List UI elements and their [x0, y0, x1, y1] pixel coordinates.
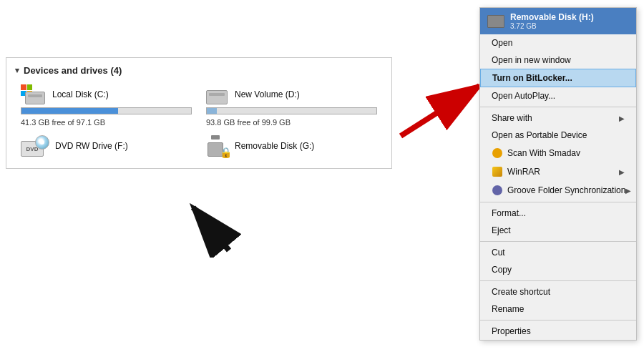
- menu-item-scan-smadav[interactable]: Scan With Smadav: [480, 144, 636, 162]
- menu-item-cut[interactable]: Cut: [480, 244, 636, 261]
- black-arrow: [172, 186, 243, 258]
- menu-item-open-portable[interactable]: Open as Portable Device: [480, 127, 636, 144]
- menu-item-properties[interactable]: Properties: [480, 323, 636, 340]
- menu-separator-1: [480, 107, 636, 107]
- menu-item-groove[interactable]: Groove Folder Synchronization ▶: [480, 181, 636, 200]
- menu-separator-3: [480, 241, 636, 242]
- drive-item-dvd-f[interactable]: DVD DVD RW Drive (F:): [21, 135, 192, 157]
- menu-item-open-new-window[interactable]: Open in new window: [480, 52, 636, 69]
- progress-bar-c: [21, 107, 192, 114]
- drive-name-local-c: Local Disk (C:): [52, 89, 109, 99]
- drive-name-dvd-f: DVD RW Drive (F:): [55, 141, 128, 151]
- menu-item-share-with[interactable]: Share with ▶: [480, 109, 636, 127]
- hdd-windows-icon: [21, 84, 47, 104]
- drive-item-local-c[interactable]: Local Disk (C:) 41.3 GB free of 97.1 GB: [21, 84, 192, 127]
- context-menu-drive-subtitle: 3.72 GB: [510, 22, 594, 30]
- drive-space-d: 93.8 GB free of 99.9 GB: [206, 118, 377, 127]
- svg-line-1: [193, 207, 229, 250]
- chevron-icon: ▾: [15, 66, 19, 75]
- groove-icon: [492, 185, 503, 196]
- drive-item-new-volume-d[interactable]: New Volume (D:) 93.8 GB free of 99.9 GB: [206, 84, 377, 127]
- drives-grid: Local Disk (C:) 41.3 GB free of 97.1 GB …: [15, 84, 383, 157]
- drive-name-new-volume-d: New Volume (D:): [235, 89, 300, 99]
- explorer-panel: ▾ Devices and drives (4) Local Disk (C:): [6, 57, 392, 169]
- menu-item-turn-on-bitlocker[interactable]: Turn on BitLocker...: [480, 69, 636, 87]
- section-title: Devices and drives (4): [24, 65, 122, 76]
- drive-item-removable-g[interactable]: 🔒 Removable Disk (G:): [206, 135, 377, 157]
- svg-line-3: [401, 86, 479, 136]
- menu-item-create-shortcut[interactable]: Create shortcut: [480, 283, 636, 300]
- submenu-arrow-groove: ▶: [625, 187, 631, 195]
- menu-item-eject[interactable]: Eject: [480, 222, 636, 239]
- menu-item-winrar[interactable]: WinRAR ▶: [480, 162, 636, 181]
- context-menu: Removable Disk (H:) 3.72 GB Open Open in…: [479, 7, 637, 341]
- context-menu-drive-title: Removable Disk (H:): [510, 12, 594, 22]
- menu-separator-5: [480, 320, 636, 321]
- menu-item-open-autoplay[interactable]: Open AutoPlay...: [480, 87, 636, 104]
- winrar-icon: [492, 166, 503, 177]
- drive-space-c: 41.3 GB free of 97.1 GB: [21, 118, 192, 127]
- dvd-icon: DVD: [21, 135, 49, 157]
- menu-item-open[interactable]: Open: [480, 34, 636, 52]
- progress-fill-d: [207, 108, 217, 114]
- context-menu-header: Removable Disk (H:) 3.72 GB: [480, 8, 636, 34]
- submenu-arrow-winrar: ▶: [619, 168, 625, 176]
- menu-separator-4: [480, 280, 636, 281]
- menu-item-format[interactable]: Format...: [480, 205, 636, 222]
- submenu-arrow-share: ▶: [619, 114, 625, 122]
- progress-bar-d: [206, 107, 377, 114]
- gray-disk-icon: [206, 84, 229, 104]
- lock-icon: 🔒: [220, 147, 232, 158]
- menu-separator-2: [480, 202, 636, 202]
- drive-name-removable-g: Removable Disk (G:): [235, 141, 314, 151]
- menu-item-rename[interactable]: Rename: [480, 300, 636, 318]
- progress-fill-c: [21, 108, 118, 114]
- section-header: ▾ Devices and drives (4): [15, 65, 383, 76]
- usb-lock-icon: 🔒: [206, 135, 229, 157]
- context-menu-drive-icon: [487, 15, 504, 28]
- smadav-icon: [492, 147, 503, 159]
- menu-item-copy[interactable]: Copy: [480, 261, 636, 278]
